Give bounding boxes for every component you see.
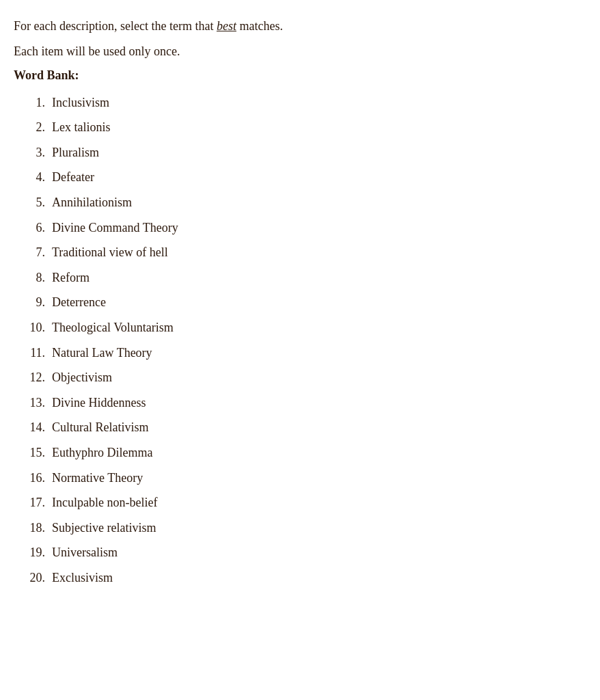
item-text: Annihilationism — [52, 192, 132, 213]
item-text: Theological Voluntarism — [52, 317, 174, 338]
item-number: 3. — [21, 142, 45, 163]
item-number: 14. — [21, 417, 45, 438]
list-item: 7.Traditional view of hell — [21, 242, 586, 263]
item-text: Cultural Relativism — [52, 417, 149, 438]
word-bank-label: Word Bank: — [14, 68, 586, 83]
item-number: 18. — [21, 517, 45, 539]
item-text: Exclusivism — [52, 567, 113, 589]
item-text: Euthyphro Dilemma — [52, 442, 152, 463]
item-text: Lex talionis — [52, 117, 110, 138]
item-text: Divine Command Theory — [52, 217, 178, 239]
item-text: Pluralism — [52, 142, 99, 163]
item-text: Natural Law Theory — [52, 342, 152, 364]
item-number: 7. — [21, 242, 45, 263]
item-number: 19. — [21, 542, 45, 563]
item-number: 11. — [21, 342, 45, 364]
item-text: Universalism — [52, 542, 118, 563]
item-number: 13. — [21, 392, 45, 414]
instruction-line-1: For each description, select the term th… — [14, 16, 586, 36]
list-item: 10.Theological Voluntarism — [21, 317, 586, 338]
item-number: 16. — [21, 468, 45, 489]
item-number: 8. — [21, 267, 45, 288]
item-number: 17. — [21, 492, 45, 513]
item-number: 6. — [21, 217, 45, 239]
item-number: 15. — [21, 442, 45, 463]
list-item: 1.Inclusivism — [21, 92, 586, 113]
item-text: Deterrence — [52, 292, 106, 313]
word-bank-list: 1.Inclusivism2.Lex talionis3.Pluralism4.… — [21, 92, 586, 589]
list-item: 2.Lex talionis — [21, 117, 586, 138]
item-text: Defeater — [52, 167, 94, 188]
instruction-best: best — [217, 19, 236, 33]
item-text: Reform — [52, 267, 90, 288]
item-number: 9. — [21, 292, 45, 313]
instruction-suffix: matches. — [236, 19, 283, 33]
item-text: Inclusivism — [52, 92, 109, 113]
instruction-line-2: Each item will be used only once. — [14, 42, 586, 62]
list-item: 18.Subjective relativism — [21, 517, 586, 539]
instructions-block: For each description, select the term th… — [14, 16, 586, 62]
list-item: 5.Annihilationism — [21, 192, 586, 213]
list-item: 4.Defeater — [21, 167, 586, 188]
list-item: 3.Pluralism — [21, 142, 586, 163]
item-text: Objectivism — [52, 367, 112, 388]
list-item: 13.Divine Hiddenness — [21, 392, 586, 414]
item-number: 12. — [21, 367, 45, 388]
list-item: 14.Cultural Relativism — [21, 417, 586, 438]
list-item: 16.Normative Theory — [21, 468, 586, 489]
instruction-prefix: For each description, select the term th… — [14, 19, 217, 33]
item-number: 20. — [21, 567, 45, 589]
list-item: 8.Reform — [21, 267, 586, 288]
item-number: 1. — [21, 92, 45, 113]
item-text: Subjective relativism — [52, 517, 156, 539]
list-item: 6.Divine Command Theory — [21, 217, 586, 239]
list-item: 12.Objectivism — [21, 367, 586, 388]
item-number: 5. — [21, 192, 45, 213]
item-text: Traditional view of hell — [52, 242, 168, 263]
item-number: 10. — [21, 317, 45, 338]
item-text: Divine Hiddenness — [52, 392, 146, 414]
item-text: Normative Theory — [52, 468, 143, 489]
item-number: 2. — [21, 117, 45, 138]
item-text: Inculpable non-belief — [52, 492, 157, 513]
list-item: 19.Universalism — [21, 542, 586, 563]
item-number: 4. — [21, 167, 45, 188]
list-item: 9.Deterrence — [21, 292, 586, 313]
list-item: 11.Natural Law Theory — [21, 342, 586, 364]
list-item: 17.Inculpable non-belief — [21, 492, 586, 513]
list-item: 15.Euthyphro Dilemma — [21, 442, 586, 463]
list-item: 20.Exclusivism — [21, 567, 586, 589]
